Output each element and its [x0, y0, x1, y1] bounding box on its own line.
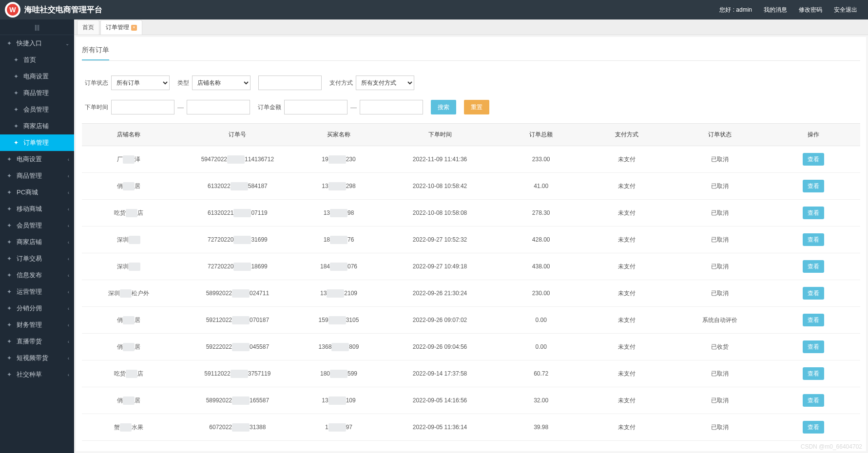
- type-select[interactable]: 店铺名称: [192, 76, 251, 90]
- cell-pay: 未支付: [580, 414, 674, 441]
- col-header-order: 订单号: [175, 124, 300, 146]
- cell-amount: 233.00: [502, 146, 580, 173]
- share-icon: ✦: [12, 123, 20, 130]
- sidebar-group-7[interactable]: ✦信息发布‹: [0, 267, 74, 283]
- view-button[interactable]: 查看: [803, 260, 824, 273]
- keyword-input[interactable]: [258, 76, 322, 90]
- cell-op: 查看: [767, 173, 860, 200]
- sidebar-item-label: 运营管理: [17, 287, 68, 296]
- cell-time: 2022-09-05 11:36:14: [378, 414, 502, 441]
- sidebar-group-11[interactable]: ✦直播带货‹: [0, 333, 74, 350]
- reset-button[interactable]: 重置: [464, 100, 489, 114]
- view-button[interactable]: 查看: [803, 340, 824, 353]
- cell-status: 已取消: [674, 280, 767, 307]
- my-messages-link[interactable]: 我的消息: [758, 6, 793, 14]
- sidebar-group-quick[interactable]: ✦ 快捷入口 ⌄: [0, 35, 74, 52]
- cell-pay: 未支付: [580, 200, 674, 226]
- col-header-status: 订单状态: [674, 124, 767, 146]
- sidebar-item-quick-5[interactable]: ✦订单管理: [0, 134, 74, 151]
- amount-to-input[interactable]: [360, 100, 423, 114]
- share-icon: ✦: [5, 355, 14, 361]
- sidebar-item-label: 商品管理: [17, 171, 68, 180]
- search-button[interactable]: 搜索: [431, 100, 456, 114]
- view-button[interactable]: 查看: [803, 421, 824, 434]
- view-button[interactable]: 查看: [803, 394, 824, 407]
- view-button[interactable]: 查看: [803, 314, 824, 326]
- sidebar-group-3[interactable]: ✦移动商城‹: [0, 201, 74, 217]
- col-header-op: 操作: [767, 124, 860, 146]
- view-button[interactable]: 查看: [803, 287, 824, 300]
- sidebar-group-2[interactable]: ✦PC商城‹: [0, 184, 74, 201]
- view-button[interactable]: 查看: [803, 180, 824, 192]
- date-from-input[interactable]: [111, 100, 174, 114]
- sidebar-group-4[interactable]: ✦会员管理‹: [0, 217, 74, 234]
- pay-select[interactable]: 所有支付方式: [356, 76, 414, 90]
- sidebar-toggle[interactable]: |||: [0, 19, 74, 35]
- sidebar-group-5[interactable]: ✦商家店铺‹: [0, 234, 74, 250]
- sidebar-item-label: 信息发布: [17, 271, 68, 280]
- chevron-left-icon: ‹: [68, 339, 69, 344]
- sidebar-group-6[interactable]: ✦订单交易‹: [0, 250, 74, 267]
- close-icon[interactable]: ×: [131, 25, 137, 31]
- sidebar-group-13[interactable]: ✦社交种草‹: [0, 366, 74, 383]
- chevron-left-icon: ‹: [68, 223, 69, 228]
- sidebar-item-label: 商家店铺: [17, 238, 68, 246]
- logout-link[interactable]: 安全退出: [828, 6, 863, 14]
- view-button[interactable]: 查看: [803, 233, 824, 246]
- cell-store: 俏 居: [82, 387, 175, 414]
- cell-status: 已取消: [674, 253, 767, 280]
- sidebar-group-8[interactable]: ✦运营管理‹: [0, 283, 74, 300]
- cell-pay: 未支付: [580, 307, 674, 334]
- sidebar-group-1[interactable]: ✦商品管理‹: [0, 168, 74, 184]
- date-to-input[interactable]: [187, 100, 250, 114]
- table-row: 俏 居58992022 16558713 1092022-09-05 14:16…: [82, 387, 860, 414]
- cell-pay: 未支付: [580, 360, 674, 387]
- cell-amount: 438.00: [502, 253, 580, 280]
- cell-time: 2022-10-08 10:58:08: [378, 200, 502, 226]
- chevron-left-icon: ‹: [68, 190, 69, 195]
- sidebar-group-12[interactable]: ✦短视频带货‹: [0, 350, 74, 366]
- table-row: 俏 居59212022 070187159 31052022-09-26 09:…: [82, 307, 860, 334]
- cell-pay: 未支付: [580, 253, 674, 280]
- tabs-bar: 首页 订单管理 ×: [74, 19, 868, 35]
- sidebar-item-quick-4[interactable]: ✦商家店铺: [0, 118, 74, 134]
- cell-time: 2022-09-26 21:30:24: [378, 280, 502, 307]
- sidebar-group-10[interactable]: ✦财务管理‹: [0, 317, 74, 333]
- change-password-link[interactable]: 修改密码: [793, 6, 828, 14]
- share-icon: ✦: [12, 106, 20, 113]
- sidebar-item-quick-3[interactable]: ✦会员管理: [0, 101, 74, 118]
- chevron-left-icon: ‹: [68, 322, 69, 328]
- sidebar-item-label: 商品管理: [23, 89, 69, 97]
- sidebar-group-0[interactable]: ✦电商设置‹: [0, 151, 74, 168]
- tab-home[interactable]: 首页: [77, 20, 99, 35]
- cell-buyer: 180 599: [300, 360, 378, 387]
- svg-text:W: W: [9, 6, 16, 14]
- amount-from-input[interactable]: [284, 100, 347, 114]
- sidebar-item-quick-0[interactable]: ✦首页: [0, 52, 74, 68]
- cell-time: 2022-09-27 10:49:18: [378, 253, 502, 280]
- cell-status: 已取消: [674, 146, 767, 173]
- view-button[interactable]: 查看: [803, 367, 824, 380]
- tab-orders[interactable]: 订单管理 ×: [100, 20, 142, 35]
- cell-order: 59212022 070187: [175, 307, 300, 334]
- share-icon: ✦: [5, 255, 14, 262]
- share-icon: ✦: [12, 90, 20, 96]
- cell-buyer: 1368 809: [300, 334, 378, 360]
- cell-store: 俏 居: [82, 307, 175, 334]
- table-row: 深圳 72720220 18699184 0762022-09-27 10:49…: [82, 253, 860, 280]
- view-button[interactable]: 查看: [803, 207, 824, 219]
- sidebar-group-9[interactable]: ✦分销分佣‹: [0, 300, 74, 317]
- cell-store: 俏 居: [82, 334, 175, 360]
- table-row: 蟹 水果6072022 313881 972022-09-05 11:36:14…: [82, 414, 860, 441]
- cell-pay: 未支付: [580, 146, 674, 173]
- cell-pay: 未支付: [580, 280, 674, 307]
- cell-time: 2022-10-08 10:58:42: [378, 173, 502, 200]
- cell-time: 2022-09-14 17:37:58: [378, 360, 502, 387]
- view-button[interactable]: 查看: [803, 153, 824, 166]
- cell-pay: 未支付: [580, 387, 674, 414]
- tab-label: 订单管理: [106, 23, 129, 32]
- sidebar-item-quick-2[interactable]: ✦商品管理: [0, 85, 74, 101]
- status-select[interactable]: 所有订单: [111, 76, 170, 90]
- cell-status: 已取消: [674, 387, 767, 414]
- sidebar-item-quick-1[interactable]: ✦电商设置: [0, 68, 74, 85]
